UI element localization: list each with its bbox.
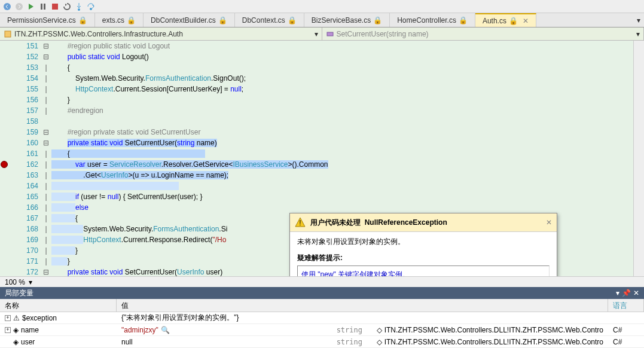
breakpoint-margin[interactable] xyxy=(0,41,8,276)
watch-icon: ◇ xyxy=(377,326,382,334)
svg-rect-7 xyxy=(5,31,11,37)
lock-icon: 🔒 xyxy=(459,16,468,25)
pause-icon[interactable] xyxy=(38,2,48,11)
close-icon[interactable]: ✕ xyxy=(633,289,639,297)
magnify-icon[interactable]: 🔍 xyxy=(161,326,169,334)
svg-point-0 xyxy=(4,3,11,10)
svg-rect-4 xyxy=(52,4,58,10)
svg-point-6 xyxy=(90,8,92,10)
tab-permissionservice[interactable]: PermissionService.cs 🔒 xyxy=(0,13,95,27)
class-icon xyxy=(4,30,12,38)
code-editor[interactable]: 1511521531541551561571581591601611621631… xyxy=(0,41,644,276)
lock-icon: 🔒 xyxy=(127,16,136,25)
expand-icon[interactable]: + xyxy=(5,327,11,333)
chevron-down-icon: ▾ xyxy=(315,30,318,38)
chevron-down-icon: ▾ xyxy=(636,30,640,38)
popup-title: 用户代码未处理 NullReferenceException xyxy=(310,218,541,228)
breakpoint-icon[interactable] xyxy=(1,161,8,168)
line-numbers: 1511521531541551561571581591601611621631… xyxy=(8,41,42,276)
warning-icon: ⚠ xyxy=(13,314,20,322)
tab-dbcontextbuilder[interactable]: DbContextBuilder.cs 🔒 xyxy=(144,13,235,27)
step-into-icon[interactable] xyxy=(74,2,84,11)
tab-exts[interactable]: exts.cs 🔒 xyxy=(95,13,144,27)
stop-icon[interactable] xyxy=(50,2,60,11)
method-icon xyxy=(326,30,334,38)
svg-text:!: ! xyxy=(299,219,301,227)
expand-icon[interactable]: + xyxy=(5,315,11,321)
restart-icon[interactable] xyxy=(62,2,72,11)
main-toolbar xyxy=(0,0,644,13)
watch-type: string xyxy=(337,326,362,334)
lock-icon: 🔒 xyxy=(509,17,518,25)
class-selector[interactable]: ITN.ZHT.PSSMC.Web.Controllers.Infrastruc… xyxy=(0,28,322,40)
watch-type: string xyxy=(337,338,362,346)
fold-margin[interactable]: ⊟⊟|||||⊟⊟|||||||||||⊟|| xyxy=(42,41,50,276)
zoom-level: 100 % xyxy=(5,278,25,286)
lock-icon: 🔒 xyxy=(373,16,382,25)
dropdown-icon[interactable]: ▾ xyxy=(616,289,619,297)
hints-list[interactable]: 使用 "new" 关键字创建对象实例。 在调用方法前，通过检查确定对象是否为 n… xyxy=(297,265,550,276)
zoom-dropdown-icon[interactable]: ▾ xyxy=(29,278,32,286)
popup-header: ! 用户代码未处理 NullReferenceException ✕ xyxy=(290,213,557,232)
locals-row[interactable]: + ⚠ $exception {"未将对象引用设置到对象的实例。"} xyxy=(0,312,644,324)
variable-icon: ◈ xyxy=(13,326,19,334)
pin-icon[interactable]: 📌 xyxy=(622,289,631,297)
member-selector[interactable]: SetCurrentUser(string name) ▾ xyxy=(322,28,645,40)
locals-columns: 名称 值 语言 xyxy=(0,299,644,312)
variable-icon: ◈ xyxy=(13,338,19,346)
col-type[interactable]: 语言 xyxy=(608,299,644,312)
svg-rect-2 xyxy=(41,4,42,10)
code-nav-bar: ITN.ZHT.PSSMC.Web.Controllers.Infrastruc… xyxy=(0,28,644,41)
svg-point-1 xyxy=(16,3,23,10)
warning-icon: ! xyxy=(295,217,306,228)
hint-link[interactable]: 使用 "new" 关键字创建对象实例。 xyxy=(301,270,545,276)
locals-panel: 名称 值 语言 + ⚠ $exception {"未将对象引用设置到对象的实例。… xyxy=(0,299,644,348)
locals-title: 局部变量 xyxy=(5,288,33,298)
exception-popup: ! 用户代码未处理 NullReferenceException ✕ 未将对象引… xyxy=(289,213,557,276)
tab-homecontroller[interactable]: HomeController.cs 🔒 xyxy=(390,13,475,27)
close-icon[interactable]: ✕ xyxy=(523,17,529,25)
svg-point-5 xyxy=(78,8,80,11)
nav-forward-icon[interactable] xyxy=(14,2,24,11)
svg-rect-3 xyxy=(44,4,45,10)
step-over-icon[interactable] xyxy=(86,2,96,11)
hints-title: 疑难解答提示: xyxy=(297,253,550,263)
col-name[interactable]: 名称 xyxy=(0,299,117,312)
tab-dropdown[interactable]: ▾ xyxy=(633,13,644,27)
continue-icon[interactable] xyxy=(26,2,36,11)
lock-icon: 🔒 xyxy=(78,16,87,25)
locals-row[interactable]: ◈ user null string ◇ ITN.ZHT.PSSMC.Web.C… xyxy=(0,336,644,348)
lock-icon: 🔒 xyxy=(288,16,297,25)
tab-auth[interactable]: Auth.cs 🔒 ✕ xyxy=(475,13,536,27)
document-tabs: PermissionService.cs 🔒 exts.cs 🔒 DbConte… xyxy=(0,13,644,28)
col-value[interactable]: 值 xyxy=(117,299,608,312)
lock-icon: 🔒 xyxy=(218,16,227,25)
svg-rect-8 xyxy=(327,32,333,36)
vertical-scrollbar[interactable] xyxy=(633,41,644,276)
locals-panel-header: 局部变量 ▾ 📌 ✕ xyxy=(0,287,644,299)
nav-back-icon[interactable] xyxy=(2,2,12,11)
tab-bizservicebase[interactable]: BizServiceBase.cs 🔒 xyxy=(304,13,390,27)
close-icon[interactable]: ✕ xyxy=(546,218,552,227)
locals-row[interactable]: + ◈ name "adminjzxy" 🔍 string ◇ ITN.ZHT.… xyxy=(0,324,644,336)
watch-icon: ◇ xyxy=(377,338,382,346)
editor-status-bar: 100 % ▾ xyxy=(0,276,644,287)
tab-dbcontext[interactable]: DbContext.cs 🔒 xyxy=(235,13,304,27)
exception-message: 未将对象引用设置到对象的实例。 xyxy=(297,237,550,247)
